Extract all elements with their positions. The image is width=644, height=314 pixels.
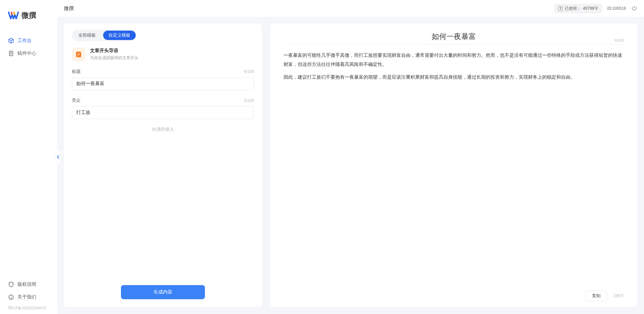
text-count-icon: T: [558, 6, 563, 11]
template-header: 文章开头导语 为你生成抓眼球的文章开头: [72, 48, 254, 61]
sidebar-item-drafts[interactable]: 稿件中心: [0, 47, 57, 60]
cube-icon: [8, 38, 14, 44]
field-title-label: 标题: [72, 69, 81, 75]
usage-prefix: 已使用：: [565, 6, 581, 11]
output-footer: 复制 156字: [284, 286, 624, 301]
content: 全部模板 自定义模板 文章开头导语 为你生成抓眼球的文章开头 标题 6/: [57, 17, 644, 314]
main-area: 微撰 T 已使用： 45799字 ID:100519 全部模板 自定义模板: [57, 0, 644, 314]
sidebar-item-label: 工作台: [17, 38, 32, 44]
output-word-count: 156字: [613, 293, 624, 299]
svg-rect-5: [77, 56, 79, 56]
template-icon: [72, 48, 85, 61]
form-panel: 全部模板 自定义模板 文章开头导语 为你生成抓眼球的文章开头 标题 6/: [64, 24, 262, 307]
output-title-row: 如何一夜暴富 6/100: [284, 32, 624, 45]
app-name: 微撰: [22, 10, 36, 21]
page-title: 微撰: [64, 5, 74, 12]
template-title: 文章开头导语: [90, 48, 138, 54]
output-paragraph: 因此，建议打工族们不要抱有一夜暴富的期望，而是应该注重积累财富和提高自身技能，通…: [284, 73, 624, 82]
sidebar-item-workspace[interactable]: 工作台: [0, 34, 57, 47]
audience-input[interactable]: [72, 106, 254, 119]
output-title-counter: 6/100: [614, 38, 624, 42]
template-tabs: 全部模板 自定义模板: [72, 30, 137, 41]
sidebar-item-label: 关于我们: [17, 294, 36, 300]
sidebar-footer: 版权说明 关于我们: [0, 278, 57, 304]
usage-value: 45799字: [583, 6, 598, 11]
copy-button[interactable]: 复制: [586, 290, 607, 301]
field-audience-label: 受众: [72, 97, 81, 104]
template-desc: 为你生成抓眼球的文章开头: [90, 55, 138, 61]
generate-button[interactable]: 生成内容: [121, 285, 205, 299]
svg-rect-3: [77, 53, 80, 53]
document-icon: [8, 50, 14, 56]
svg-rect-4: [77, 54, 80, 55]
note-icon: [75, 51, 82, 58]
output-body: 一夜暴富的可能性几乎微乎其微，而打工族想要实现财富自由，通常需要付出大量的时间和…: [284, 51, 624, 286]
chevron-left-icon: [57, 155, 59, 159]
sidebar-nav: 工作台 稿件中心: [0, 34, 57, 278]
app-logo: 微撰: [0, 10, 57, 28]
logo-icon: [8, 10, 19, 21]
user-id: ID:100519: [607, 6, 626, 11]
info-icon: [8, 294, 14, 300]
icp-record: 鄂ICP备2022016946号: [0, 304, 57, 311]
shield-icon: [8, 281, 14, 287]
sidebar-item-label: 版权说明: [17, 281, 36, 287]
field-audience: 受众 3/100: [72, 97, 254, 119]
usage-badge[interactable]: T 已使用： 45799字: [554, 4, 602, 13]
output-panel: 如何一夜暴富 6/100 一夜暴富的可能性几乎微乎其微，而打工族想要实现财富自由…: [270, 24, 637, 307]
tab-all-templates[interactable]: 全部模板: [73, 31, 101, 40]
field-title: 标题 6/100: [72, 69, 254, 90]
tab-custom-templates[interactable]: 自定义模板: [103, 31, 136, 40]
sidebar-item-label: 稿件中心: [17, 50, 36, 56]
sidebar-collapse-handle[interactable]: [56, 150, 60, 164]
field-title-counter: 6/100: [244, 69, 254, 74]
topbar: 微撰 T 已使用： 45799字 ID:100519: [57, 0, 644, 17]
output-paragraph: 一夜暴富的可能性几乎微乎其微，而打工族想要实现财富自由，通常需要付出大量的时间和…: [284, 51, 624, 69]
sidebar-item-copyright[interactable]: 版权说明: [8, 278, 49, 291]
clear-input-link[interactable]: 白清空录入: [72, 126, 254, 132]
title-input[interactable]: [72, 77, 254, 90]
power-icon[interactable]: [631, 5, 637, 12]
output-title: 如何一夜暴富: [284, 32, 624, 42]
field-audience-counter: 3/100: [244, 98, 254, 103]
sidebar-item-about[interactable]: 关于我们: [8, 291, 49, 304]
sidebar: 微撰 工作台 稿件中心 版权说明: [0, 0, 57, 314]
